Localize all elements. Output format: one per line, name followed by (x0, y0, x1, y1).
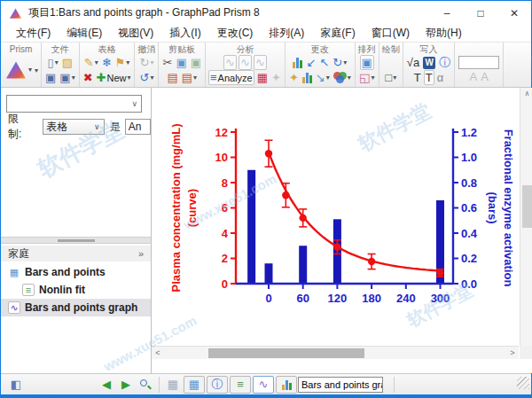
new-item-icon[interactable]: ✚New▾ (96, 70, 132, 85)
freeze-snowflake-icon[interactable]: ❄ (101, 55, 113, 70)
menu-item-8[interactable]: 帮助(H) (418, 24, 470, 43)
limit-label: 限制: (8, 112, 32, 142)
edit-pencil-icon[interactable]: ✎▾ (83, 55, 99, 70)
svg-text:0.0: 0.0 (461, 277, 477, 291)
new-sheet-icon[interactable]: ▯▾ (47, 55, 59, 70)
sheet-navigation-bar: ◧◀▶▦▦ⓘ≡∿Bars and points gra∨ (1, 373, 531, 394)
results-table-icon[interactable]: ▦ (256, 70, 269, 85)
family-item-bars-and-points-graph[interactable]: ∿Bars and points graph (1, 299, 151, 316)
vscroll-thumb[interactable] (522, 185, 532, 228)
info-note-icon[interactable]: ⓘ (438, 55, 451, 70)
scroll-up-icon[interactable]: ∧ (520, 88, 532, 100)
scatter-datapoint (265, 150, 272, 157)
draw-shape-icon[interactable]: □▾ (384, 70, 397, 85)
family-item-nonlin-fit[interactable]: ≡Nonlin fit (1, 281, 151, 299)
menu-item-1[interactable]: 编辑(E) (59, 24, 110, 43)
table-filter-select[interactable]: 表格 ∨ (43, 119, 105, 135)
tab-results-icon[interactable]: ≡ (230, 376, 251, 394)
menu-item-5[interactable]: 排列(A) (261, 24, 312, 43)
word-export-icon[interactable]: W (422, 55, 436, 70)
menu-item-6[interactable]: 家庭(F) (312, 24, 363, 43)
tab-graph-icon[interactable]: ∿ (253, 376, 274, 394)
tab-info-icon[interactable]: ⓘ (207, 376, 228, 394)
delete-x-icon[interactable]: ✖ (82, 70, 94, 85)
wand-disabled-icon: ✦ (270, 70, 282, 85)
open-file-icon[interactable]: ▨ (61, 55, 74, 70)
cut-scissors-icon[interactable]: ✂ (161, 55, 173, 70)
chart-duplicate-icon[interactable] (301, 70, 313, 85)
rotate-refresh-icon[interactable]: ↻▾ (332, 55, 348, 70)
minimize-button[interactable]: – (430, 1, 464, 25)
tab-data-calc-icon: ▦ (164, 376, 182, 394)
graph-selector-value: Bars and points gra (301, 379, 383, 390)
app-window: 项目1:Bars and points graph - GraphPad Pri… (0, 0, 532, 398)
copy-icon[interactable]: ▣ (175, 55, 187, 70)
undo-icon[interactable]: ↺▾ (139, 70, 155, 85)
menu-item-2[interactable]: 视图(V) (110, 24, 161, 43)
pin-icon[interactable]: ⚑▾ (114, 55, 131, 70)
toolbar-group-分析: 分析∿∿∿≡Analyze▦✦ (206, 43, 286, 87)
close-button[interactable]: ✕ (497, 1, 531, 25)
save-icon[interactable]: ▣ (44, 70, 57, 85)
scatter-datapoint (333, 243, 340, 250)
results-sheet-icon: ≡ (22, 284, 35, 296)
vertical-scrollbar[interactable]: ∧ ∨ (520, 88, 532, 359)
title-bar: 项目1:Bars and points graph - GraphPad Pri… (1, 1, 531, 25)
svg-text:0: 0 (222, 277, 228, 291)
tab-layout-icon[interactable] (276, 376, 297, 394)
chart-resize-icon[interactable]: ↘▾ (315, 70, 331, 85)
save-as-icon[interactable]: ▣▾ (59, 70, 75, 85)
horizontal-scrollbar[interactable]: < > (152, 346, 519, 359)
text-box-tool-icon[interactable]: T (424, 70, 434, 85)
paste-special-icon[interactable]: ▤▾ (181, 70, 198, 85)
change-chart-type-icon[interactable] (292, 55, 303, 70)
svg-text:Fractional enzyme activation: Fractional enzyme activation (502, 129, 515, 287)
svg-text:4: 4 (222, 227, 229, 240)
bar-datapoint (247, 170, 255, 284)
window-bottom-border (1, 394, 531, 398)
chart-scale-icon[interactable]: ↖ (318, 55, 330, 70)
sidebar-splitter[interactable] (1, 237, 151, 244)
graph-selector-dropdown[interactable]: Bars and points gra∨ (298, 377, 383, 393)
analysis-thumb-3-icon: ∿ (254, 55, 267, 70)
menu-item-3[interactable]: 插入(I) (161, 24, 208, 43)
arrange-shapes-icon[interactable]: ◱▾ (358, 70, 375, 85)
equation-sqrt-icon[interactable]: √a (406, 55, 420, 70)
scroll-left-icon[interactable]: < (152, 347, 164, 360)
menu-item-4[interactable]: 更改(C) (209, 24, 262, 43)
align-object-icon[interactable]: ▣ (360, 55, 374, 70)
menu-item-7[interactable]: 窗口(W) (364, 24, 418, 43)
resize-grip[interactable] (517, 377, 529, 389)
prev-sheet-icon[interactable]: ◀ (98, 376, 115, 394)
any-filter-field[interactable]: An (125, 119, 151, 135)
maximize-button[interactable]: □ (464, 1, 497, 25)
text-tool-icon[interactable]: T (413, 70, 422, 85)
prism-menu-icon[interactable]: ▾ (4, 63, 33, 78)
redo-icon: ↻▾ (139, 55, 155, 70)
svg-text:(bars): (bars) (486, 191, 499, 223)
scroll-right-icon[interactable]: > (506, 347, 519, 360)
find-related-sheet-icon[interactable] (137, 376, 154, 394)
next-sheet-icon[interactable]: ▶ (117, 376, 135, 394)
search-combo[interactable]: ∨ (6, 95, 142, 113)
family-item-bars-and-points[interactable]: ▦Bars and points (1, 263, 151, 281)
menu-item-0[interactable]: 文件(F) (8, 24, 59, 43)
color-scheme-wheel-icon[interactable]: ▾ (332, 70, 352, 85)
analyze-button-icon[interactable]: ≡Analyze (208, 70, 254, 85)
expand-icon[interactable]: » (138, 248, 144, 259)
paste-icon[interactable]: ▤ (166, 70, 178, 85)
zoom-field-icon[interactable] (458, 55, 500, 70)
magic-wand-icon[interactable]: ✦ (288, 70, 300, 85)
hscroll-thumb[interactable] (208, 348, 364, 358)
svg-text:180: 180 (362, 292, 381, 305)
toolbar-group-label: 写入 (419, 43, 437, 55)
tab-table-icon[interactable]: ▦ (184, 376, 205, 394)
scatter-datapoint (300, 215, 307, 222)
toggle-navigator-icon[interactable]: ◧ (7, 376, 25, 394)
bars-and-points-chart: 0246810120.00.20.40.60.81.01.20601201802… (160, 93, 515, 359)
content-area: ∨ 限制: 表格 ∨ 是 An 家庭 » ▦Bars and points≡No… (1, 88, 531, 373)
greek-alpha-icon[interactable]: α (436, 70, 445, 85)
scatter-datapoint (368, 258, 375, 265)
swap-axes-icon[interactable]: ↙ (305, 55, 317, 70)
font-smaller-icon: A (480, 70, 489, 85)
